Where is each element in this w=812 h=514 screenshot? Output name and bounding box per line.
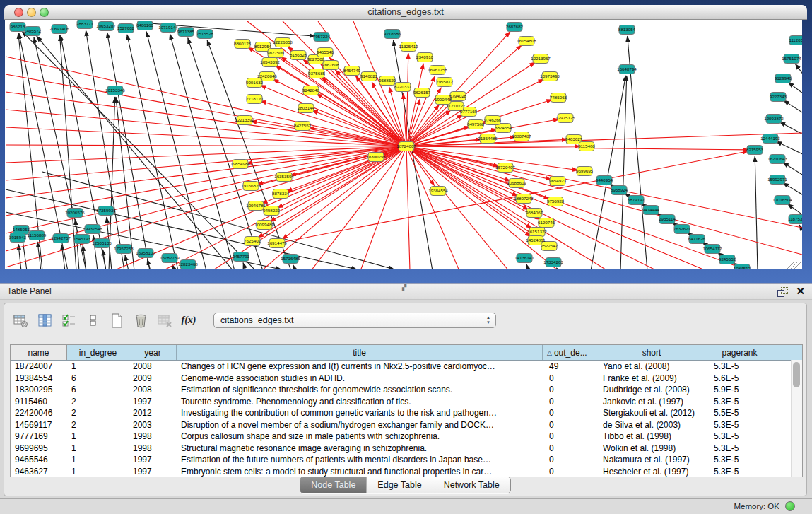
table-cell-short[interactable]: Franke et al. (2009) — [596, 373, 707, 385]
table-cell-page[interactable]: 5.3E-5 — [707, 431, 772, 443]
table-cell-in[interactable]: 6 — [67, 384, 129, 396]
table-row[interactable]: 1938455462009Genome-wide association stu… — [11, 373, 802, 385]
table-cell-year[interactable]: 1997 — [129, 396, 177, 408]
table-row[interactable]: 1872400712008Changes of HCN gene express… — [11, 361, 802, 373]
scrollbar-thumb[interactable] — [793, 362, 800, 387]
table-selector-dropdown[interactable]: citations_edges.txt ▲▼ — [213, 313, 496, 328]
table-cell-short[interactable]: Stergiakouli et al. (2012) — [596, 407, 707, 419]
row-selection-icon[interactable] — [61, 313, 76, 328]
table-cell-out[interactable]: 0 — [543, 396, 596, 408]
network-graph[interactable]: 1872400718300295193845548860123891295412… — [5, 20, 802, 269]
table-row[interactable]: 2242004622012Investigating the contribut… — [11, 407, 802, 419]
table-cell-out[interactable]: 0 — [543, 373, 596, 385]
table-cell-page[interactable]: 5.9E-5 — [707, 384, 772, 396]
table-cell-name[interactable]: 22420046 — [11, 407, 67, 419]
close-traffic-light[interactable] — [14, 8, 23, 17]
vertical-scrollbar[interactable] — [791, 360, 802, 477]
delete-table-disabled-icon[interactable] — [157, 313, 172, 328]
tab-network-table[interactable]: Network Table — [433, 477, 510, 493]
table-cell-in[interactable]: 6 — [67, 373, 129, 385]
table-cell-name[interactable]: 18300295 — [11, 384, 67, 396]
table-cell-page[interactable]: 5.3E-5 — [707, 443, 772, 455]
table-cell-title[interactable]: Changes of HCN gene expression and I(f) … — [177, 361, 543, 373]
table-cell-page[interactable]: 5.3E-5 — [707, 396, 772, 408]
table-cell-out[interactable]: 0 — [543, 454, 596, 466]
table-cell-year[interactable]: 1998 — [129, 443, 177, 455]
table-cell-name[interactable]: 18724007 — [11, 361, 67, 373]
table-cell-year[interactable]: 2008 — [129, 361, 177, 373]
table-row[interactable]: 1830029562008Estimation of significance … — [11, 384, 802, 396]
table-cell-out[interactable]: 0 — [543, 466, 596, 478]
column-header-name[interactable]: name — [11, 345, 67, 360]
panel-divider-grip[interactable]: ▞ — [402, 284, 406, 291]
memory-ok-indicator[interactable] — [785, 501, 795, 511]
table-cell-in[interactable]: 2 — [67, 407, 129, 419]
table-cell-in[interactable]: 1 — [67, 466, 129, 478]
table-cell-name[interactable]: 9115460 — [11, 396, 67, 408]
table-cell-short[interactable]: Tibbo et al. (1998) — [596, 431, 707, 443]
table-cell-in[interactable]: 1 — [67, 443, 129, 455]
table-cell-short[interactable]: Jankovic et al. (1997) — [596, 396, 707, 408]
table-cell-out[interactable]: 0 — [543, 407, 596, 419]
table-cell-out[interactable]: 0 — [543, 443, 596, 455]
resize-grip-icon[interactable] — [787, 262, 801, 269]
table-cell-out[interactable]: 0 — [543, 431, 596, 443]
table-cell-title[interactable]: Estimation of the future numbers of pati… — [177, 454, 543, 466]
table-cell-year[interactable]: 2003 — [129, 419, 177, 431]
zoom-traffic-light[interactable] — [40, 8, 49, 17]
table-cell-title[interactable]: Estimation of significance thresholds fo… — [177, 384, 543, 396]
table-cell-name[interactable]: 19384554 — [11, 373, 67, 385]
table-cell-in[interactable]: 1 — [67, 454, 129, 466]
column-header-out[interactable]: △out_de... — [543, 345, 596, 360]
table-cell-title[interactable]: Structural magnetic resonance image aver… — [177, 443, 543, 455]
table-cell-title[interactable]: Disruption of a novel member of a sodium… — [177, 419, 543, 431]
table-cell-year[interactable]: 2008 — [129, 384, 177, 396]
select-columns-icon[interactable] — [37, 313, 52, 328]
minimize-traffic-light[interactable] — [27, 8, 36, 17]
table-cell-short[interactable]: Yano et al. (2008) — [596, 361, 707, 373]
table-cell-short[interactable]: Hescheler et al. (1997) — [596, 466, 707, 478]
table-cell-year[interactable]: 1997 — [129, 454, 177, 466]
window-titlebar[interactable]: citations_edges.txt — [4, 5, 807, 20]
table-cell-short[interactable]: Wolkin et al. (1998) — [596, 443, 707, 455]
tab-edge-table[interactable]: Edge Table — [366, 477, 432, 493]
table-cell-year[interactable]: 1997 — [129, 466, 177, 478]
table-cell-name[interactable]: 9465546 — [11, 454, 67, 466]
table-row[interactable]: 969969511998Structural magnetic resonanc… — [11, 443, 802, 455]
table-row[interactable]: 911546021997Tourette syndrome. Phenomeno… — [11, 396, 802, 408]
network-view-canvas[interactable]: 1872400718300295193845548860123891295412… — [5, 20, 802, 269]
table-cell-title[interactable]: Investigating the contribution of common… — [177, 407, 543, 419]
column-header-title[interactable]: title — [177, 345, 543, 360]
table-cell-in[interactable]: 1 — [67, 361, 129, 373]
table-row[interactable]: 946554611997Estimation of the future num… — [11, 454, 802, 466]
merge-rows-icon[interactable] — [85, 313, 100, 328]
table-cell-year[interactable]: 2012 — [129, 407, 177, 419]
table-cell-in[interactable]: 2 — [67, 396, 129, 408]
table-cell-name[interactable]: 9463627 — [11, 466, 67, 478]
close-icon[interactable]: ✕ — [796, 285, 805, 298]
table-cell-title[interactable]: Corpus callosum shape and size in male p… — [177, 431, 543, 443]
table-cell-page[interactable]: 5.6E-5 — [707, 373, 772, 385]
table-cell-out[interactable]: 49 — [543, 361, 596, 373]
table-cell-year[interactable]: 2009 — [129, 373, 177, 385]
table-row[interactable]: 946362711997Embryonic stem cells: a mode… — [11, 466, 802, 478]
new-document-icon[interactable] — [109, 313, 124, 328]
float-window-icon[interactable] — [777, 287, 787, 296]
column-header-in[interactable]: in_degree — [67, 345, 129, 360]
table-cell-short[interactable]: de Silva et al. (2003) — [596, 419, 707, 431]
table-cell-short[interactable]: Nakamura et al. (1997) — [596, 454, 707, 466]
table-cell-name[interactable]: 14569117 — [11, 419, 67, 431]
table-row[interactable]: 977716911998Corpus callosum shape and si… — [11, 431, 802, 443]
table-cell-page[interactable]: 5.3E-5 — [707, 466, 772, 478]
column-header-page[interactable]: pagerank — [707, 345, 772, 360]
delete-trash-icon[interactable] — [133, 313, 148, 328]
table-settings-icon[interactable] — [13, 313, 28, 328]
column-header-year[interactable]: year — [129, 345, 177, 360]
table-cell-year[interactable]: 1998 — [129, 431, 177, 443]
table-cell-title[interactable]: Tourette syndrome. Phenomenology and cla… — [177, 396, 543, 408]
table-cell-page[interactable]: 5.5E-5 — [707, 407, 772, 419]
table-cell-in[interactable]: 2 — [67, 419, 129, 431]
table-cell-out[interactable]: 0 — [543, 384, 596, 396]
table-cell-in[interactable]: 1 — [67, 431, 129, 443]
tab-node-table[interactable]: Node Table — [300, 477, 366, 493]
